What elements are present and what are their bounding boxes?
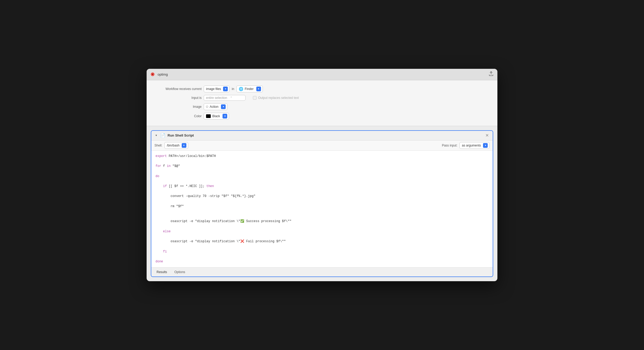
code-editor[interactable]: export PATH=/usr/local/bin:$PATH for f i… — [151, 151, 493, 267]
output-replaces-checkbox[interactable] — [253, 96, 257, 100]
script-footer: Results Options — [151, 267, 493, 276]
workflow-settings: Workflow receives current image files ▾ … — [147, 80, 497, 126]
pass-input-value: as arguments — [462, 144, 481, 147]
input-is-select[interactable]: entire selection ⌃ — [204, 95, 246, 101]
script-panel: ▾ 📄 Run Shell Script ✕ Shell: /bin/bash … — [151, 130, 493, 277]
input-is-label: Input is — [157, 96, 202, 100]
title-bar: optimg — [147, 69, 497, 80]
color-label: Color — [157, 114, 202, 118]
close-button[interactable] — [151, 72, 154, 76]
output-replaces-area: Output replaces selected text — [253, 96, 299, 100]
image-files-select[interactable]: image files ▾ — [204, 86, 230, 92]
image-dot-icon — [206, 106, 208, 108]
collapse-button[interactable]: ▾ — [154, 134, 158, 137]
receives-row: Workflow receives current image files ▾ … — [157, 86, 487, 92]
color-swatch — [206, 114, 211, 118]
main-window: optimg Workflow receives current image f… — [147, 69, 497, 281]
input-is-row: Input is entire selection ⌃ Output repla… — [157, 95, 487, 101]
color-chevron: ▾ — [223, 114, 227, 118]
finder-icon: 🌐 — [239, 87, 243, 91]
options-tab[interactable]: Options — [173, 270, 186, 274]
window-title: optimg — [158, 72, 168, 76]
color-row: Color Black ▾ — [157, 113, 487, 120]
image-value: Action — [210, 105, 218, 109]
image-select[interactable]: Action ▾ — [204, 103, 227, 110]
script-close-button[interactable]: ✕ — [484, 133, 490, 138]
script-title: Run Shell Script — [168, 133, 482, 137]
script-toolbar: Shell: /bin/bash ▾ Pass input: as argume… — [151, 140, 493, 151]
image-files-value: image files — [206, 87, 221, 91]
color-select[interactable]: Black ▾ — [204, 113, 229, 120]
input-is-chevron: ⌃ — [229, 96, 233, 100]
output-replaces-label: Output replaces selected text — [258, 96, 299, 100]
shell-value: /bin/bash — [167, 144, 180, 147]
shell-label: Shell: — [154, 144, 162, 147]
image-row: Image Action ▾ — [157, 103, 487, 110]
pass-input-label: Pass input: — [442, 144, 457, 147]
shell-group: Shell: /bin/bash ▾ — [154, 142, 188, 149]
share-button[interactable] — [489, 71, 493, 77]
receives-label: Workflow receives current — [157, 87, 202, 91]
pass-input-select[interactable]: as arguments ▾ — [459, 142, 490, 149]
in-label: in — [232, 87, 234, 91]
finder-chevron: ▾ — [256, 87, 261, 91]
image-chevron: ▾ — [221, 104, 226, 109]
shell-select[interactable]: /bin/bash ▾ — [164, 142, 188, 149]
image-label: Image — [157, 105, 202, 109]
finder-value: Finder — [245, 87, 254, 91]
shell-chevron: ▾ — [182, 143, 186, 148]
pass-input-chevron: ▾ — [483, 143, 488, 148]
finder-select[interactable]: 🌐 Finder ▾ — [236, 86, 263, 92]
results-tab[interactable]: Results — [156, 270, 168, 274]
pass-input-group: Pass input: as arguments ▾ — [442, 142, 490, 149]
image-files-chevron: ▾ — [223, 87, 228, 91]
color-value: Black — [212, 114, 220, 118]
script-header: ▾ 📄 Run Shell Script ✕ — [151, 131, 493, 140]
script-icon: 📄 — [160, 133, 165, 138]
input-is-value: entire selection — [206, 96, 227, 100]
